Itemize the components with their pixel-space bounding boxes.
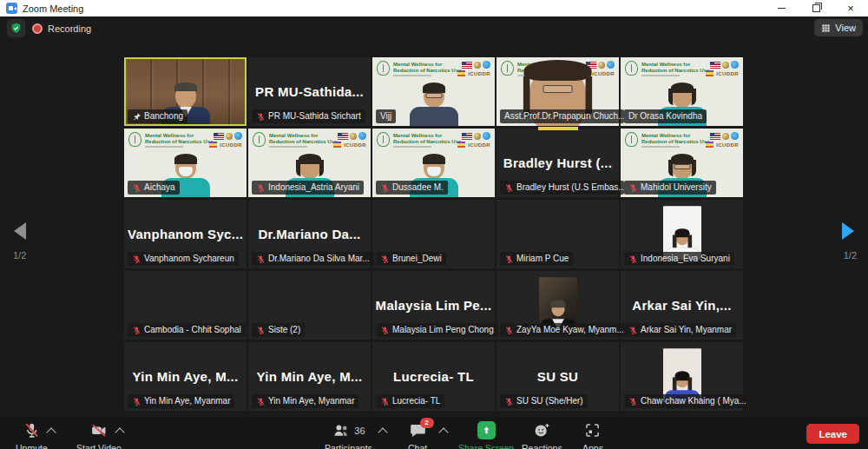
- participant-tile[interactable]: Siste (2): [248, 271, 371, 340]
- participant-name-label: Brunei_Dewi: [376, 252, 446, 266]
- participants-button[interactable]: 36 Participants: [325, 421, 372, 449]
- next-page-button[interactable]: [842, 222, 854, 240]
- minimize-button[interactable]: [764, 0, 799, 17]
- muted-mic-icon: [23, 421, 41, 439]
- participant-name-label: Indonesia_Eva Suryani: [624, 252, 734, 266]
- banner-tagline: [393, 146, 431, 148]
- participant-tile[interactable]: Cambodia - Chhit Sophal: [124, 271, 247, 340]
- muted-mic-icon: [256, 183, 266, 193]
- participant-name-label: Lucrecia- TL: [376, 394, 444, 408]
- banner-flags-row2: ICUDDR: [706, 142, 739, 148]
- participant-tile[interactable]: Lucrecia- TL Lucrecia- TL: [372, 342, 495, 411]
- reactions-icon: [532, 421, 551, 439]
- banner-line1: Mental Wellness for: [393, 133, 461, 139]
- participant-name-text: Brunei_Dewi: [392, 252, 442, 266]
- muted-mic-icon: [504, 326, 514, 335]
- participant-name-text: Siste (2): [268, 323, 300, 337]
- us-flag-icon: [214, 133, 224, 140]
- participant-tile[interactable]: Mental Wellness for Reduction of Narcoti…: [248, 129, 371, 197]
- participant-tile[interactable]: Banchong: [124, 57, 247, 126]
- recording-indicator[interactable]: Recording: [32, 19, 91, 37]
- participant-tile[interactable]: Mental Wellness for Reduction of Narcoti…: [124, 129, 247, 197]
- restore-button[interactable]: [799, 0, 833, 17]
- start-video-button[interactable]: Start Video: [76, 421, 122, 449]
- mental-wellness-banner: Mental Wellness for Reduction of Narcoti…: [269, 133, 337, 148]
- chat-options-caret[interactable]: [438, 427, 448, 437]
- muted-mic-icon: [628, 254, 638, 264]
- participant-tile[interactable]: Yin Min Aye, M... Yin Min Aye, Myanmar: [248, 342, 371, 411]
- banner-line1: Mental Wellness for: [393, 62, 461, 68]
- video-off-icon: [89, 421, 108, 439]
- participant-name-text: Dr Orasa Kovindha: [628, 109, 702, 123]
- banner-flags: [214, 132, 242, 140]
- apps-button[interactable]: Apps: [582, 421, 603, 449]
- leave-button[interactable]: Leave: [806, 424, 859, 444]
- icuddr-logo-text: ICUDDR: [716, 71, 739, 76]
- icuddr-logo-text: ICUDDR: [344, 142, 366, 148]
- participant-tile[interactable]: Mental Wellness for Reduction of Narcoti…: [372, 57, 495, 126]
- participant-tile[interactable]: Mental Wellness for Reduction of Narcoti…: [621, 57, 743, 126]
- participant-tile[interactable]: SU SU SU SU (She/Her): [496, 342, 619, 411]
- close-button[interactable]: ×: [833, 0, 868, 17]
- previous-page-button[interactable]: [14, 222, 26, 240]
- participant-name-label: Arkar Sai Yin, Myanmar: [624, 323, 736, 337]
- embassy-seal-icon: [226, 133, 233, 140]
- video-grid: Banchong PR MU-Sathida... PR MU-Sathida …: [124, 57, 743, 411]
- unmute-label: Unmute: [16, 443, 48, 449]
- banner-tagline: [269, 146, 307, 148]
- icuddr-logo-text: ICUDDR: [220, 142, 242, 148]
- title-bar: Zoom Meeting ×: [0, 0, 868, 17]
- participant-tile[interactable]: ZayYa Moe Kyaw, Myanm...: [496, 271, 619, 340]
- participant-tile[interactable]: Mental Wellness for Reduction of Narcoti…: [496, 57, 619, 126]
- participant-tile[interactable]: Brunei_Dewi: [372, 200, 495, 268]
- participant-tile[interactable]: PR MU-Sathida... PR MU-Sathida Srichart: [248, 57, 371, 126]
- participant-name-label: Yin Min Aye, Myanmar: [128, 394, 234, 408]
- participant-name-label: SU SU (She/Her): [500, 394, 588, 408]
- banner-flags: [710, 61, 739, 69]
- share-screen-button[interactable]: Share Screen: [458, 421, 514, 449]
- mental-wellness-banner: Mental Wellness for Reduction of Narcoti…: [393, 133, 461, 148]
- embassy-seal-icon: [474, 62, 481, 69]
- participant-tile[interactable]: Mental Wellness for Reduction of Narcoti…: [621, 129, 743, 197]
- apps-icon: [583, 421, 602, 439]
- restore-icon: [812, 4, 820, 12]
- mental-wellness-banner: Mental Wellness for Reduction of Narcoti…: [393, 62, 461, 76]
- reactions-button[interactable]: Reactions: [522, 421, 562, 449]
- participant-name-label: Vanphanom Sychareun: [128, 252, 239, 266]
- chat-button[interactable]: 2 Chat: [408, 421, 427, 449]
- audio-options-caret[interactable]: [46, 427, 56, 437]
- participants-options-caret[interactable]: [378, 427, 387, 437]
- participant-tile[interactable]: Bradley Hurst (... Bradley Hurst (U.S Em…: [496, 129, 619, 197]
- mental-wellness-logo-icon: [377, 61, 390, 76]
- org-globe-icon: [731, 61, 739, 69]
- participants-icon: [332, 421, 351, 439]
- participant-tile[interactable]: Arkar Sai Yin,... Arkar Sai Yin, Myanmar: [621, 271, 743, 340]
- org-globe-icon: [358, 132, 366, 140]
- participant-tile[interactable]: Vanphanom Syc... Vanphanom Sychareun: [124, 200, 247, 268]
- pin-icon: [132, 112, 141, 122]
- participant-tile[interactable]: Miriam P Cue: [496, 200, 619, 268]
- muted-mic-icon: [256, 112, 266, 122]
- recording-dot-icon: [32, 23, 43, 34]
- muted-mic-icon: [380, 254, 390, 264]
- participant-tile[interactable]: Dr.Mariano Da... Dr.Mariano Da Silva Mar…: [248, 200, 371, 268]
- controls-bar: Unmute Start Video 3: [0, 417, 868, 449]
- participant-name-label: Banchong: [128, 109, 187, 123]
- participant-tile[interactable]: Malaysia Lim Pe... Malaysia Lim Peng Cho…: [372, 271, 495, 340]
- participant-name-label: Siste (2): [252, 323, 305, 337]
- reactions-label: Reactions: [522, 443, 562, 449]
- participant-tile[interactable]: Indonesia_Eva Suryani: [621, 200, 743, 268]
- mini-flag-icon: [333, 142, 341, 148]
- participant-tile[interactable]: Mental Wellness for Reduction of Narcoti…: [372, 129, 495, 197]
- view-button[interactable]: View: [814, 19, 863, 36]
- unmute-button[interactable]: Unmute: [16, 421, 48, 449]
- mini-flag-icon: [706, 142, 713, 148]
- participant-name-label: Aichaya: [128, 181, 180, 195]
- banner-line2: Reduction of Narcotics Use: [393, 139, 461, 145]
- participant-name-text: Mahidol University: [641, 181, 712, 195]
- window-controls: ×: [764, 0, 868, 17]
- participant-tile[interactable]: Chaw chaw Khaing ( Mya...: [621, 342, 743, 411]
- meeting-info-button[interactable]: [7, 19, 25, 37]
- minimize-icon: [778, 8, 786, 9]
- participant-tile[interactable]: Yin Min Aye, M... Yin Min Aye, Myanmar: [124, 342, 247, 411]
